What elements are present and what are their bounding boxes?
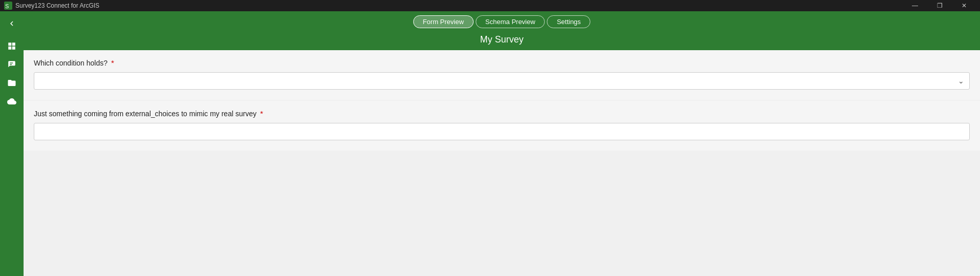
sidebar-item-grid[interactable] [4,38,20,54]
close-button[interactable]: ✕ [952,0,976,11]
required-star-2: * [260,109,263,118]
question-2-label: Just something coming from external_choi… [34,109,970,118]
app-icon: S [4,2,12,10]
sidebar-item-data[interactable] [4,56,20,73]
question-1-dropdown[interactable]: ⌄ [34,72,970,90]
window-controls: — ❐ ✕ [903,0,976,11]
back-icon [7,19,16,28]
data-icon [7,60,16,69]
question-2-input[interactable] [34,123,970,140]
tab-schema-preview[interactable]: Schema Preview [476,15,545,28]
sidebar-item-folder[interactable] [4,75,20,91]
required-star-1: * [111,58,114,67]
question-1-label: Which condition holds? * [34,58,970,67]
form-area: Which condition holds? * ⌄ Just somethin… [24,50,980,276]
survey-title: My Survey [480,31,523,50]
main-content: Form Preview Schema Preview Settings My … [24,11,980,276]
topbar: Form Preview Schema Preview Settings My … [24,11,980,50]
restore-button[interactable]: ❐ [928,0,951,11]
tab-settings[interactable]: Settings [547,15,590,28]
back-button[interactable] [4,15,20,32]
app-body: Form Preview Schema Preview Settings My … [0,11,980,276]
tab-form-preview[interactable]: Form Preview [413,15,474,28]
svg-text:S: S [5,3,9,9]
minimize-button[interactable]: — [903,0,927,11]
question-1-section: Which condition holds? * ⌄ [24,50,980,100]
cloud-icon [7,97,16,106]
chevron-down-icon: ⌄ [958,77,964,85]
app-title: Survey123 Connect for ArcGIS [15,2,99,9]
question-2-section: Just something coming from external_choi… [24,101,980,151]
title-bar: S Survey123 Connect for ArcGIS — ❐ ✕ [0,0,980,11]
sidebar-item-cloud[interactable] [4,93,20,110]
grid-icon [7,41,16,51]
folder-icon [7,78,16,88]
sidebar [0,11,24,276]
title-bar-left: S Survey123 Connect for ArcGIS [4,2,99,10]
tab-bar: Form Preview Schema Preview Settings [413,15,591,28]
